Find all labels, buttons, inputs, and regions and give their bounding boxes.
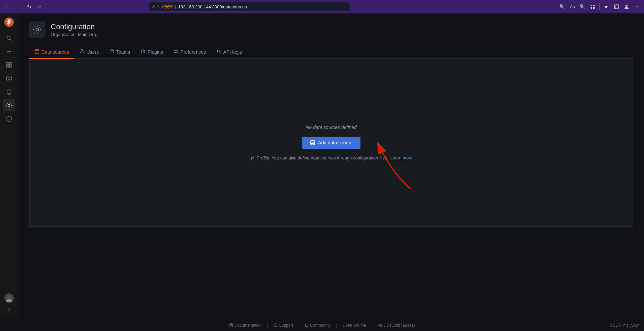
svg-point-33 [311, 141, 315, 142]
community-icon [305, 323, 309, 327]
svg-rect-4 [614, 5, 618, 9]
toolbar-separator [599, 3, 600, 10]
sidebar-item-dashboards[interactable] [3, 59, 15, 71]
add-datasource-button[interactable]: Add data source [302, 137, 360, 149]
empty-state-text: No data sources defined [306, 125, 357, 130]
footer-sep-1: | [267, 323, 268, 328]
svg-line-41 [275, 325, 276, 325]
footer-sep-2: | [298, 323, 299, 328]
apikeys-tab-icon [217, 49, 221, 55]
database-icon [310, 140, 315, 145]
svg-rect-23 [35, 49, 39, 53]
svg-point-32 [217, 50, 219, 52]
svg-point-20 [6, 299, 12, 302]
content-wrapper: No data sources defined Add data source [29, 59, 633, 227]
svg-point-22 [36, 28, 39, 31]
tab-plugins-label: Plugins [147, 49, 163, 55]
menu-button[interactable]: ⋯ [632, 2, 641, 11]
teams-tab-icon [110, 49, 114, 55]
tab-teams[interactable]: Teams [104, 46, 135, 59]
browser-chrome: ← → ↻ ⌂ ⚠ ⚠ 不安全 | 192.168.200.144:3000/d… [0, 0, 644, 13]
svg-point-15 [6, 76, 12, 81]
tab-preferences[interactable]: Preferences [168, 46, 211, 59]
svg-rect-30 [174, 50, 178, 51]
footer-user-label: CSDN @slyybw [610, 323, 639, 328]
sidebar-item-explore[interactable] [3, 73, 15, 85]
footer-sep-4: | [372, 323, 373, 328]
sidebar-item-alerts[interactable] [3, 86, 15, 98]
sidebar-item-shield[interactable] [3, 113, 15, 125]
datasources-tab-icon [35, 49, 39, 55]
svg-point-16 [8, 78, 10, 80]
support-icon [273, 323, 277, 327]
footer-opensource-link[interactable]: Open Source [342, 323, 366, 328]
protip-text: ProTip: You can also define data sources… [250, 155, 413, 160]
profile-button[interactable] [622, 2, 631, 11]
tab-plugins[interactable]: Plugins [135, 46, 168, 59]
app-logo[interactable] [3, 16, 15, 28]
forward-button[interactable]: → [13, 2, 23, 11]
learn-more-link[interactable]: Learn more [390, 155, 413, 160]
users-tab-icon [80, 49, 84, 55]
svg-rect-11 [6, 62, 9, 65]
footer-community-label: Community [310, 323, 331, 328]
page-title: Configuration [51, 22, 97, 31]
zoom-button[interactable]: 🔍 [578, 2, 587, 11]
svg-rect-12 [9, 62, 12, 65]
footer-version: v8.3.3 (30bb7a93ca) [378, 323, 415, 328]
address-bar[interactable]: ⚠ ⚠ 不安全 | 192.168.200.144:3000/datasourc… [149, 2, 350, 11]
documentation-icon [229, 323, 233, 327]
svg-point-21 [7, 295, 11, 299]
footer-support-label: Support [279, 323, 293, 328]
svg-rect-13 [6, 65, 9, 68]
sidebar-item-search[interactable] [3, 32, 15, 44]
sidebar-item-help[interactable]: ? [3, 304, 15, 316]
svg-point-19 [8, 104, 10, 106]
reload-button[interactable]: ↻ [24, 2, 34, 11]
footer-support-link[interactable]: Support [273, 323, 293, 328]
tab-datasources[interactable]: Data sources [29, 46, 74, 59]
svg-line-10 [10, 39, 12, 41]
back-button[interactable]: ← [3, 2, 12, 11]
svg-point-7 [626, 5, 628, 7]
svg-point-34 [251, 157, 253, 159]
page-subtitle: Organization: Main Org. [51, 32, 97, 37]
svg-point-27 [111, 50, 112, 51]
app-layout: + [0, 13, 644, 319]
svg-rect-31 [174, 52, 178, 53]
svg-rect-0 [591, 5, 592, 6]
avatar[interactable] [4, 293, 14, 303]
footer-documentation-link[interactable]: Documentation [229, 323, 262, 328]
footer-sep-3: | [336, 323, 337, 328]
footer-community-link[interactable]: Community [305, 323, 331, 328]
empty-state: No data sources defined Add data source [250, 125, 413, 160]
page-header: Configuration Organization: Main Org. [29, 21, 633, 38]
sidebar-item-add[interactable]: + [3, 46, 15, 58]
tab-teams-label: Teams [116, 49, 130, 55]
footer-opensource-label: Open Source [342, 323, 366, 328]
extensions-button[interactable] [588, 2, 597, 11]
config-icon [29, 21, 45, 38]
add-datasource-label: Add data source [318, 140, 352, 145]
tab-preferences-label: Preferences [180, 49, 206, 55]
browser-search-button[interactable]: 🔍 [558, 2, 567, 11]
main-content: Configuration Organization: Main Org. Da… [18, 13, 644, 319]
tab-apikeys-label: API keys [223, 49, 242, 55]
svg-rect-2 [591, 7, 592, 9]
browser-actions: 🔍 Aa 🔍 ★ ⋯ [558, 2, 641, 11]
sidebar: + [0, 13, 18, 319]
reader-mode-button[interactable]: Aa [568, 2, 577, 11]
lightbulb-icon [250, 156, 255, 160]
svg-rect-3 [593, 7, 595, 9]
collections-button[interactable] [612, 2, 621, 11]
favorites-button[interactable]: ★ [602, 2, 611, 11]
page-header-text: Configuration Organization: Main Org. [51, 22, 97, 37]
tab-apikeys[interactable]: API keys [211, 46, 247, 59]
svg-rect-1 [593, 5, 595, 6]
footer-documentation-label: Documentation [234, 323, 262, 328]
svg-point-28 [112, 50, 114, 51]
tab-users[interactable]: Users [74, 46, 104, 59]
svg-point-26 [81, 50, 83, 51]
sidebar-item-configuration[interactable] [3, 99, 15, 111]
home-button[interactable]: ⌂ [35, 2, 44, 11]
